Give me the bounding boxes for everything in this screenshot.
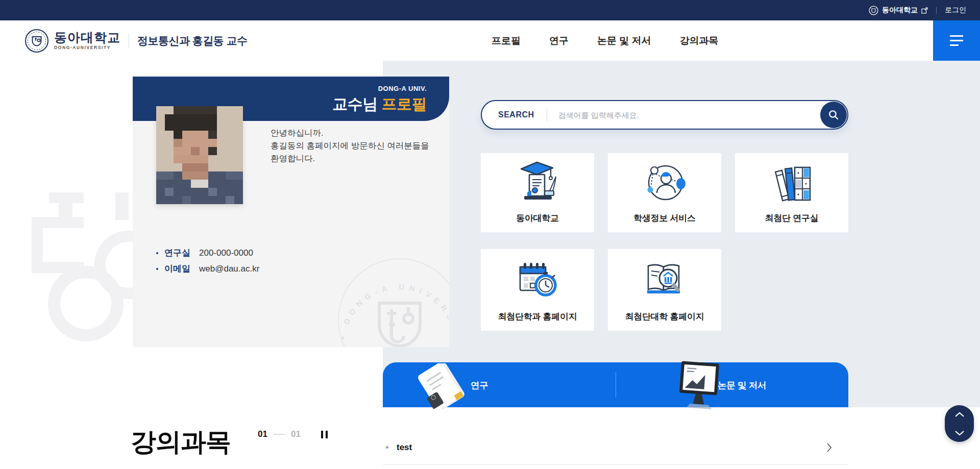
lecture-item[interactable]: test (383, 430, 848, 465)
card-title-accent: 프로필 (382, 95, 427, 112)
search-divider (547, 109, 547, 121)
brand[interactable]: 동아대학교 DONG-AUNIVERSITY 정보통신과 홍길동 교수 (24, 20, 248, 61)
research-papers-illustration (412, 363, 479, 414)
external-link-icon (921, 7, 928, 14)
greeting-text: 안녕하십니까. 홍길동의 홈페이지에 방문하신 여러분들을 환영합니다. (271, 127, 429, 165)
contact-info-list: 연구실 200-000-0000 이메일 web@dau.ac.kr (156, 245, 259, 277)
topbar-divider (936, 7, 937, 14)
professor-photo (156, 106, 243, 204)
university-emblem-icon (869, 6, 878, 15)
banner-label: 논문 및 저서 (718, 379, 766, 391)
banner-research[interactable]: 연구 (383, 362, 616, 407)
quick-link-college-homepage[interactable]: 최첨단대학 홈페이지 (608, 249, 721, 331)
search-bar: SEARCH (481, 100, 848, 130)
main-content: DONG-A UNIV. 교수님 프로필 DONG-A UNIVERSITY (0, 61, 980, 469)
scroll-up-button[interactable] (945, 405, 974, 424)
quick-links-grid: 동아대학교 학생 (481, 153, 848, 328)
quick-link-department-homepage[interactable]: 최첨단학과 홈페이지 (481, 249, 594, 331)
university-seal-watermark: DONG-A UNIVERSITY (336, 256, 449, 347)
search-label: SEARCH (498, 110, 534, 119)
menu-button[interactable] (933, 20, 980, 61)
brand-divider (129, 33, 129, 48)
university-site-link[interactable]: 동아대학교 (869, 6, 928, 15)
slider-pagination: 01 01 (258, 429, 329, 439)
pagination-dash (274, 434, 285, 435)
search-icon (827, 109, 840, 121)
banner-label: 연구 (471, 379, 488, 391)
chevron-down-icon (954, 430, 965, 436)
nav-item-profile[interactable]: 프로필 (492, 34, 521, 47)
quick-link-label: 최첨단대학 홈페이지 (625, 311, 704, 323)
quick-link-student-info[interactable]: 학생정보 서비스 (608, 153, 721, 232)
bullet (386, 446, 388, 449)
quick-link-label: 학생정보 서비스 (633, 212, 695, 224)
nav-item-research[interactable]: 연구 (549, 34, 569, 47)
quick-link-dong-a-univ[interactable]: 동아대학교 (481, 153, 594, 232)
email-value: web@dau.ac.kr (199, 264, 259, 274)
book-search-icon (640, 249, 689, 311)
nav-item-publications[interactable]: 논문 및 저서 (597, 34, 651, 47)
scroll-down-button[interactable] (945, 424, 974, 442)
quick-link-research-lab[interactable]: 최첨단 연구실 (735, 153, 848, 232)
dong-a-logo-emblem-icon (24, 29, 49, 53)
scroll-controls (945, 405, 974, 442)
quick-link-label: 최첨단학과 홈페이지 (498, 311, 577, 323)
nav-item-lectures[interactable]: 강의과목 (680, 34, 719, 47)
office-phone-value: 200-000-0000 (199, 248, 253, 258)
background-logo-watermark (18, 192, 152, 348)
logo-title: 동아대학교 (54, 31, 120, 44)
lecture-section-title: 강의과목 (131, 425, 231, 459)
graduation-diploma-icon (514, 153, 561, 212)
hamburger-icon (950, 35, 963, 37)
search-input[interactable] (558, 111, 820, 119)
login-link[interactable]: 로그인 (945, 6, 966, 15)
page-title: 정보통신과 홍길동 교수 (137, 34, 248, 48)
profile-slide-card: DONG-A UNIV. 교수님 프로필 DONG-A UNIVERSITY (133, 77, 449, 347)
chevron-up-icon (954, 412, 965, 417)
info-row-office: 연구실 200-000-0000 (156, 245, 259, 261)
lecture-list: test (383, 430, 848, 465)
card-eyebrow: DONG-A UNIV. (133, 85, 427, 92)
chevron-right-icon (826, 442, 832, 455)
info-row-email: 이메일 web@dau.ac.kr (156, 261, 259, 277)
calendar-clock-icon (513, 249, 562, 311)
search-submit-button[interactable] (820, 102, 847, 128)
bullet (156, 252, 158, 254)
main-nav: 프로필 연구 논문 및 저서 강의과목 (492, 20, 719, 61)
professor-homepage: 동아대학교 로그인 동아대학교 DONG-AUNIVE (0, 0, 980, 469)
lecture-item-label: test (397, 442, 412, 453)
bookshelf-icon (768, 153, 815, 212)
bullet (156, 268, 158, 270)
shortcut-banner: 연구 (383, 362, 848, 407)
top-utility-bar: 동아대학교 로그인 (0, 0, 980, 20)
banner-publications[interactable]: 논문 및 저서 (616, 362, 848, 407)
slide-total: 01 (291, 429, 301, 439)
site-header: 동아대학교 DONG-AUNIVERSITY 정보통신과 홍길동 교수 프로필 … (0, 20, 980, 61)
university-link-label: 동아대학교 (882, 6, 918, 15)
student-network-icon (640, 153, 689, 212)
slider-pause-button[interactable] (320, 430, 329, 439)
logo-subtitle: DONG-AUNIVERSITY (54, 45, 120, 50)
logo-text: 동아대학교 DONG-AUNIVERSITY (54, 31, 120, 50)
quick-link-label: 동아대학교 (516, 212, 559, 224)
quick-link-label: 최첨단 연구실 (765, 212, 819, 224)
slide-current: 01 (258, 429, 267, 439)
